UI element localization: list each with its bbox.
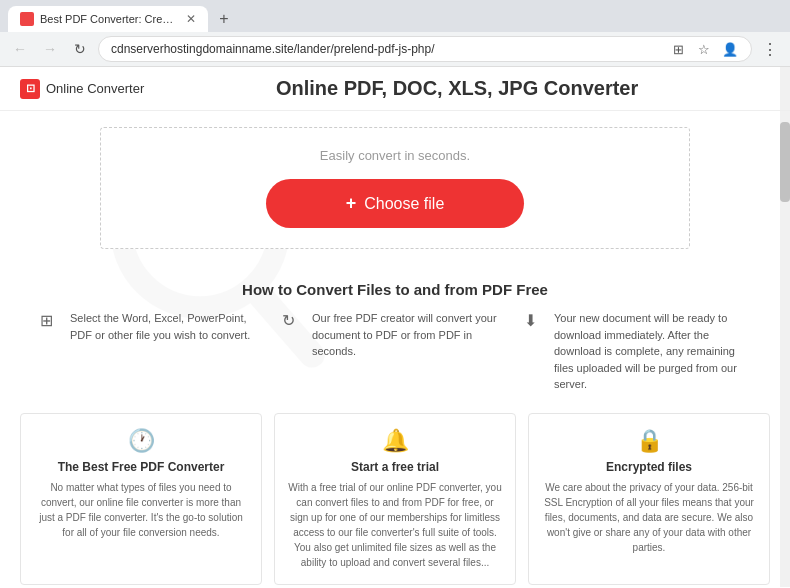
tab-favicon: [20, 12, 34, 26]
converter-subtitle: Easily convert in seconds.: [121, 148, 669, 163]
bookmark-icon[interactable]: ☆: [695, 40, 713, 58]
address-bar-icons: ⊞ ☆ 👤: [669, 40, 739, 58]
url-text: cdnserverhostingdomainname.site/lander/p…: [111, 42, 659, 56]
step-3-text: Your new document will be ready to downl…: [554, 310, 750, 393]
converter-section: Easily convert in seconds. + Choose file: [0, 111, 790, 265]
page-title: Online PDF, DOC, XLS, JPG Converter: [144, 77, 770, 100]
site-header: ⊡ Online Converter Online PDF, DOC, XLS,…: [0, 67, 790, 111]
feature-3-icon: 🔒: [541, 428, 757, 454]
step-2-icon: ↻: [282, 311, 304, 333]
page-content: ⊡ Online Converter Online PDF, DOC, XLS,…: [0, 67, 790, 587]
step-item-2: ↻ Our free PDF creator will convert your…: [282, 310, 508, 393]
features-grid: 🕐 The Best Free PDF Converter No matter …: [20, 413, 770, 585]
refresh-button[interactable]: ↻: [68, 37, 92, 61]
step-1-text: Select the Word, Excel, PowerPoint, PDF …: [70, 310, 266, 343]
account-icon[interactable]: 👤: [721, 40, 739, 58]
new-tab-button[interactable]: +: [212, 7, 236, 31]
tab-bar: Best PDF Converter: Create, Conv... ✕ +: [0, 0, 790, 32]
feature-3-desc: We care about the privacy of your data. …: [541, 480, 757, 555]
tab-close-button[interactable]: ✕: [186, 12, 196, 26]
browser-chrome: Best PDF Converter: Create, Conv... ✕ + …: [0, 0, 790, 67]
reader-mode-icon[interactable]: ⊞: [669, 40, 687, 58]
how-to-title: How to Convert Files to and from PDF Fre…: [20, 281, 770, 298]
features-section: 🕐 The Best Free PDF Converter No matter …: [0, 403, 790, 588]
forward-button[interactable]: →: [38, 37, 62, 61]
feature-3-title: Encrypted files: [541, 460, 757, 474]
feature-2-icon: 🔔: [287, 428, 503, 454]
menu-button[interactable]: ⋮: [758, 37, 782, 61]
tab-title: Best PDF Converter: Create, Conv...: [40, 13, 176, 25]
plus-icon: +: [346, 193, 357, 214]
step-3-icon: ⬇: [524, 311, 546, 333]
step-item-1: ⊞ Select the Word, Excel, PowerPoint, PD…: [40, 310, 266, 393]
steps-grid: ⊞ Select the Word, Excel, PowerPoint, PD…: [20, 310, 770, 393]
logo-icon: ⊡: [20, 79, 40, 99]
step-1-icon: ⊞: [40, 311, 62, 333]
logo-area: ⊡ Online Converter: [20, 79, 144, 99]
step-2-text: Our free PDF creator will convert your d…: [312, 310, 508, 360]
feature-card-2: 🔔 Start a free trial With a free trial o…: [274, 413, 516, 585]
active-tab[interactable]: Best PDF Converter: Create, Conv... ✕: [8, 6, 208, 32]
choose-file-label: Choose file: [364, 195, 444, 213]
feature-1-title: The Best Free PDF Converter: [33, 460, 249, 474]
step-item-3: ⬇ Your new document will be ready to dow…: [524, 310, 750, 393]
back-button[interactable]: ←: [8, 37, 32, 61]
feature-card-3: 🔒 Encrypted files We care about the priv…: [528, 413, 770, 585]
converter-box: Easily convert in seconds. + Choose file: [100, 127, 690, 249]
feature-2-desc: With a free trial of our online PDF conv…: [287, 480, 503, 570]
feature-card-1: 🕐 The Best Free PDF Converter No matter …: [20, 413, 262, 585]
address-bar[interactable]: cdnserverhostingdomainname.site/lander/p…: [98, 36, 752, 62]
feature-2-title: Start a free trial: [287, 460, 503, 474]
choose-file-button[interactable]: + Choose file: [266, 179, 525, 228]
logo-text: Online Converter: [46, 81, 144, 96]
feature-1-icon: 🕐: [33, 428, 249, 454]
how-to-section: How to Convert Files to and from PDF Fre…: [0, 265, 790, 403]
address-bar-row: ← → ↻ cdnserverhostingdomainname.site/la…: [0, 32, 790, 66]
feature-1-desc: No matter what types of files you need t…: [33, 480, 249, 540]
